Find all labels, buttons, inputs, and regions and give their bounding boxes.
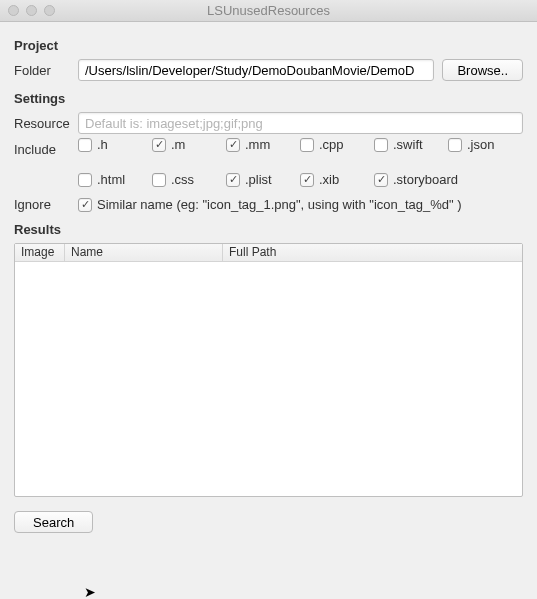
ignore-checkbox-item[interactable]: ✓ Similar name (eg: "icon_tag_1.png", us… <box>78 197 462 212</box>
include-item-xib[interactable]: ✓.xib <box>300 172 374 187</box>
table-body[interactable] <box>15 262 522 496</box>
include-grid: .h✓.m✓.mm.cpp.swift.json.html.css✓.plist… <box>78 137 523 187</box>
ignore-label: Ignore <box>14 197 78 212</box>
include-item-storyboard[interactable]: ✓.storyboard <box>374 172 458 187</box>
include-item-html[interactable]: .html <box>78 172 152 187</box>
results-heading: Results <box>14 222 523 237</box>
check-icon: ✓ <box>229 174 238 185</box>
include-checkbox-css[interactable] <box>152 173 166 187</box>
check-icon: ✓ <box>229 139 238 150</box>
include-ext-label: .mm <box>245 137 270 152</box>
resource-input[interactable] <box>78 112 523 134</box>
include-ext-label: .swift <box>393 137 423 152</box>
col-image[interactable]: Image <box>15 244 65 261</box>
include-ext-label: .h <box>97 137 108 152</box>
ignore-text: Similar name (eg: "icon_tag_1.png", usin… <box>97 197 462 212</box>
include-ext-label: .css <box>171 172 194 187</box>
include-item-mm[interactable]: ✓.mm <box>226 137 300 152</box>
resource-row: Resource <box>14 112 523 134</box>
search-button[interactable]: Search <box>14 511 93 533</box>
include-item-cpp[interactable]: .cpp <box>300 137 374 152</box>
footer: Search <box>14 511 523 533</box>
folder-row: Folder Browse.. <box>14 59 523 81</box>
check-icon: ✓ <box>81 199 90 210</box>
include-checkbox-json[interactable] <box>448 138 462 152</box>
include-ext-label: .m <box>171 137 185 152</box>
include-ext-label: .storyboard <box>393 172 458 187</box>
settings-heading: Settings <box>14 91 523 106</box>
ignore-row: Ignore ✓ Similar name (eg: "icon_tag_1.p… <box>14 197 523 212</box>
include-item-json[interactable]: .json <box>448 137 522 152</box>
resource-label: Resource <box>14 116 78 131</box>
include-checkbox-swift[interactable] <box>374 138 388 152</box>
titlebar: LSUnusedResources <box>0 0 537 22</box>
check-icon: ✓ <box>377 174 386 185</box>
results-table: Image Name Full Path <box>14 243 523 497</box>
include-checkbox-xib[interactable]: ✓ <box>300 173 314 187</box>
check-icon: ✓ <box>155 139 164 150</box>
window-title: LSUnusedResources <box>0 3 537 18</box>
include-checkbox-html[interactable] <box>78 173 92 187</box>
include-item-swift[interactable]: .swift <box>374 137 448 152</box>
cursor-icon: ➤ <box>84 584 96 599</box>
include-checkbox-plist[interactable]: ✓ <box>226 173 240 187</box>
include-ext-label: .plist <box>245 172 272 187</box>
project-heading: Project <box>14 38 523 53</box>
include-checkbox-cpp[interactable] <box>300 138 314 152</box>
ignore-checkbox[interactable]: ✓ <box>78 198 92 212</box>
include-checkbox-mm[interactable]: ✓ <box>226 138 240 152</box>
include-label: Include <box>14 142 78 157</box>
include-ext-label: .html <box>97 172 125 187</box>
include-ext-label: .json <box>467 137 494 152</box>
traffic-lights <box>8 5 55 16</box>
include-ext-label: .cpp <box>319 137 344 152</box>
include-checkbox-storyboard[interactable]: ✓ <box>374 173 388 187</box>
col-name[interactable]: Name <box>65 244 223 261</box>
zoom-icon[interactable] <box>44 5 55 16</box>
check-icon: ✓ <box>303 174 312 185</box>
browse-button[interactable]: Browse.. <box>442 59 523 81</box>
table-header: Image Name Full Path <box>15 244 522 262</box>
include-item-css[interactable]: .css <box>152 172 226 187</box>
minimize-icon[interactable] <box>26 5 37 16</box>
include-item-m[interactable]: ✓.m <box>152 137 226 152</box>
include-ext-label: .xib <box>319 172 339 187</box>
folder-label: Folder <box>14 63 78 78</box>
folder-input[interactable] <box>78 59 434 81</box>
include-item-plist[interactable]: ✓.plist <box>226 172 300 187</box>
close-icon[interactable] <box>8 5 19 16</box>
col-fullpath[interactable]: Full Path <box>223 244 522 261</box>
content: Project Folder Browse.. Settings Resourc… <box>0 22 537 543</box>
include-checkbox-h[interactable] <box>78 138 92 152</box>
include-item-h[interactable]: .h <box>78 137 152 152</box>
include-checkbox-m[interactable]: ✓ <box>152 138 166 152</box>
